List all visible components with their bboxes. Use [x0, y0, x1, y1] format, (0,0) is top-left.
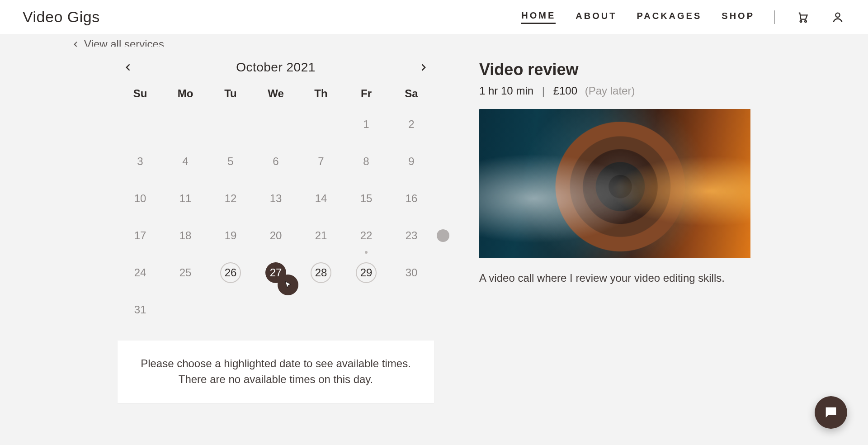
calendar-day: 14	[298, 186, 344, 211]
back-to-services-label: View all services	[84, 38, 164, 47]
site-header: Video Gigs HOME ABOUT PACKAGES SHOP	[0, 0, 868, 34]
calendar-day: 13	[253, 186, 298, 211]
chat-fab[interactable]	[815, 396, 847, 429]
calendar-day: 18	[163, 223, 208, 248]
chevron-left-icon	[124, 63, 133, 72]
calendar-prev-month[interactable]	[121, 60, 136, 75]
calendar-day: 20	[253, 223, 298, 248]
service-pay-note: (Pay later)	[585, 85, 635, 97]
calendar-day: 30	[389, 260, 434, 285]
nav-packages[interactable]: PACKAGES	[637, 11, 702, 23]
nav-divider	[774, 10, 775, 24]
calendar-day: 19	[208, 223, 253, 248]
calendar-day: 5	[208, 149, 253, 174]
calendar-month-title: October 2021	[236, 60, 316, 75]
calendar-weekday: Su	[118, 87, 163, 100]
svg-point-0	[800, 20, 802, 22]
account-icon[interactable]	[830, 9, 845, 25]
calendar-day: 17	[118, 223, 163, 248]
svg-point-1	[805, 20, 807, 22]
nav-about[interactable]: ABOUT	[576, 11, 617, 23]
calendar-weekday: Tu	[208, 87, 253, 100]
calendar-day-available[interactable]: 28	[298, 260, 344, 285]
service-duration: 1 hr 10 min	[479, 85, 533, 97]
camera-lens-graphic	[479, 109, 750, 258]
calendar-weekday: Fr	[344, 87, 389, 100]
calendar-day: 12	[208, 186, 253, 211]
calendar-day: 10	[118, 186, 163, 211]
nav-shop[interactable]: SHOP	[722, 11, 755, 23]
chevron-right-icon	[419, 63, 428, 72]
calendar-weekday: Mo	[163, 87, 208, 100]
nav-home[interactable]: HOME	[521, 10, 556, 24]
calendar-day: 22	[344, 223, 389, 248]
calendar-weekday: Sa	[389, 87, 434, 100]
chevron-left-icon	[72, 41, 80, 47]
service-description: A video call where I review your video e…	[479, 272, 750, 284]
calendar-day: 7	[298, 149, 344, 174]
calendar-day: 8	[344, 149, 389, 174]
primary-nav: HOME ABOUT PACKAGES SHOP	[521, 9, 845, 25]
meta-separator: |	[542, 85, 545, 97]
calendar-day: 1	[344, 112, 389, 137]
calendar: October 2021 SuMoTuWeThFrSa1234567891011…	[118, 60, 434, 403]
service-details: Video review 1 hr 10 min | £100 (Pay lat…	[479, 60, 750, 295]
calendar-weekday: We	[253, 87, 298, 100]
calendar-day-available[interactable]: 26	[208, 260, 253, 285]
calendar-day: 4	[163, 149, 208, 174]
calendar-day: 16	[389, 186, 434, 211]
chat-icon	[823, 405, 839, 420]
calendar-next-month[interactable]	[416, 60, 430, 75]
calendar-day: 11	[163, 186, 208, 211]
calendar-day: 3	[118, 149, 163, 174]
calendar-grid: SuMoTuWeThFrSa12345678910111213141516171…	[118, 87, 434, 322]
calendar-day: 15	[344, 186, 389, 211]
calendar-day: 23	[389, 223, 434, 248]
service-meta: 1 hr 10 min | £100 (Pay later)	[479, 85, 750, 97]
calendar-day-available[interactable]: 29	[344, 260, 389, 285]
back-to-services-link[interactable]: View all services	[0, 34, 868, 47]
calendar-day: 24	[118, 260, 163, 285]
calendar-day: 25	[163, 260, 208, 285]
calendar-day-selected[interactable]: 27	[253, 260, 298, 285]
calendar-day: 6	[253, 149, 298, 174]
service-title: Video review	[479, 60, 750, 79]
svg-point-2	[835, 13, 840, 17]
calendar-day: 31	[118, 297, 163, 322]
calendar-day: 9	[389, 149, 434, 174]
calendar-availability-notice: Please choose a highlighted date to see …	[118, 341, 434, 403]
cart-icon[interactable]	[795, 9, 810, 25]
service-image	[479, 109, 750, 258]
calendar-day: 2	[389, 112, 434, 137]
booking-page: View all services October 2021 SuMoTuWeT…	[0, 34, 868, 445]
calendar-day: 21	[298, 223, 344, 248]
brand-title[interactable]: Video Gigs	[23, 8, 100, 26]
calendar-weekday: Th	[298, 87, 344, 100]
service-price: £100	[553, 85, 577, 97]
